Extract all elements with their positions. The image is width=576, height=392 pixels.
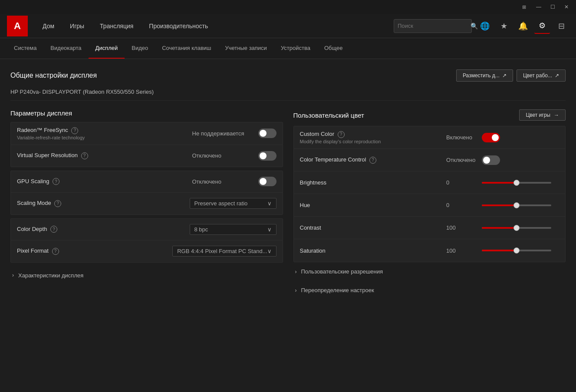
hue-slider-fill — [482, 204, 517, 206]
color-temp-help-icon[interactable]: ? — [369, 157, 376, 164]
vsr-toggle-thumb — [260, 152, 267, 159]
search-box[interactable]: 🔍 — [394, 19, 472, 33]
arrange-displays-button[interactable]: Разместить д... ↗ — [456, 69, 513, 82]
saturation-slider-thumb[interactable] — [513, 247, 520, 254]
hue-slider-thumb[interactable] — [513, 202, 520, 208]
hue-slider-track[interactable] — [482, 204, 551, 206]
gpu-scaling-help-icon[interactable]: ? — [53, 178, 59, 185]
gpu-scaling-value: Отключено — [192, 178, 253, 185]
gpu-scaling-toggle-thumb — [260, 178, 267, 185]
tab-videocard[interactable]: Видеокарта — [43, 38, 88, 59]
brightness-slider-track[interactable] — [482, 182, 551, 184]
settings-icon-btn[interactable]: ⚙ — [534, 18, 550, 34]
scaling-mode-value-col: Preserve aspect ratio ∨ — [190, 198, 276, 209]
contrast-value-col: 100 — [446, 224, 559, 231]
gpu-scaling-value-col: Отключено — [192, 177, 276, 186]
tab-shortcuts[interactable]: Сочетания клавиш — [155, 38, 218, 59]
nav-item-games[interactable]: Игры — [62, 14, 92, 38]
chevron-right-icon: › — [12, 272, 14, 278]
freesync-toggle[interactable] — [258, 128, 276, 138]
saturation-slider-container[interactable] — [482, 250, 559, 251]
nav-item-streaming[interactable]: Трансляция — [92, 14, 141, 38]
freesync-help-icon[interactable]: ? — [71, 127, 78, 134]
custom-resolutions-collapsible[interactable]: › Пользовательские разрешения — [293, 262, 566, 281]
tab-system[interactable]: Система — [7, 38, 43, 59]
display-characteristics-collapsible[interactable]: › Характеристики дисплея — [10, 266, 283, 285]
settings-group-3: Color Depth ? 8 bpc ∨ Pixel Fo — [10, 218, 283, 263]
color-depth-help-icon[interactable]: ? — [50, 226, 57, 233]
color-label: Цвет рабо... — [523, 72, 552, 79]
hue-value-col: 0 — [446, 202, 559, 208]
globe-icon-btn[interactable]: 🌐 — [477, 18, 493, 34]
color-temp-toggle[interactable] — [482, 155, 500, 165]
hue-label: Hue — [300, 202, 447, 208]
vsr-label-col: Virtual Super Resolution ? — [17, 152, 192, 159]
tab-general[interactable]: Общее — [317, 38, 350, 59]
top-buttons: Разместить д... ↗ Цвет рабо... ↗ — [456, 69, 566, 82]
contrast-label-col: Contrast — [300, 224, 447, 231]
titlebar-app-icon: ⊞ — [517, 3, 531, 11]
game-color-arrow-icon: → — [554, 112, 559, 118]
main-nav: Дом Игры Трансляция Производительность — [35, 14, 394, 38]
pixel-format-row: Pixel Format ? RGB 4:4:4 Pixel Format PC… — [11, 240, 283, 262]
scaling-mode-help-icon[interactable]: ? — [54, 200, 61, 207]
scaling-mode-row: Scaling Mode ? Preserve aspect ratio ∨ — [11, 193, 283, 214]
pixel-format-help-icon[interactable]: ? — [52, 248, 59, 255]
color-temp-value: Отключено — [446, 157, 477, 163]
nav-item-home[interactable]: Дом — [35, 14, 62, 38]
contrast-slider-track[interactable] — [482, 227, 551, 229]
tabbar: Система Видеокарта Дисплей Видео Сочетан… — [0, 38, 576, 59]
saturation-slider-track[interactable] — [482, 250, 551, 251]
custom-color-help-icon[interactable]: ? — [338, 131, 345, 138]
color-temp-label-col: Color Temperature Control ? — [300, 156, 447, 164]
close-button[interactable]: ✕ — [560, 3, 573, 11]
logo-text: A — [14, 20, 21, 32]
tab-video[interactable]: Видео — [125, 38, 155, 59]
vsr-toggle[interactable] — [258, 151, 276, 161]
tab-display[interactable]: Дисплей — [89, 38, 125, 59]
brightness-label-col: Brightness — [300, 179, 447, 186]
contrast-slider-thumb[interactable] — [513, 225, 520, 231]
game-color-button[interactable]: Цвет игры → — [519, 109, 566, 121]
left-col-header: Параметры дисплея — [10, 109, 283, 117]
desktop-color-button[interactable]: Цвет рабо... ↗ — [517, 69, 566, 82]
vsr-value-col: Отключено — [192, 151, 276, 161]
pixel-format-dropdown[interactable]: RGB 4:4:4 Pixel Format PC Stand... ∨ — [172, 246, 276, 257]
gpu-scaling-toggle[interactable] — [258, 177, 276, 186]
tab-accounts[interactable]: Учетные записи — [218, 38, 273, 59]
color-depth-dropdown[interactable]: 8 bpc ∨ — [190, 224, 276, 235]
tab-devices[interactable]: Устройства — [274, 38, 317, 59]
scaling-mode-dropdown[interactable]: Preserve aspect ratio ∨ — [190, 198, 276, 209]
color-temp-toggle-thumb — [483, 157, 490, 164]
pixel-format-value: RGB 4:4:4 Pixel Format PC Stand... — [177, 248, 267, 254]
vsr-label: Virtual Super Resolution ? — [17, 152, 192, 159]
color-depth-label-col: Color Depth ? — [17, 226, 190, 233]
contrast-slider-container[interactable] — [482, 227, 559, 229]
favorites-icon-btn[interactable]: ★ — [496, 18, 512, 34]
minimize-button[interactable]: — — [533, 3, 545, 11]
brightness-slider-container[interactable] — [482, 182, 559, 184]
saturation-value-col: 100 — [446, 247, 559, 254]
vsr-help-icon[interactable]: ? — [81, 152, 88, 159]
color-icon: ↗ — [555, 72, 559, 79]
custom-color-value-col: Включено — [446, 133, 559, 142]
search-input[interactable] — [398, 23, 471, 29]
maximize-button[interactable]: ☐ — [546, 3, 559, 11]
freesync-toggle-thumb — [260, 130, 267, 137]
arrange-icon: ↗ — [502, 72, 507, 79]
contrast-value: 100 — [446, 224, 477, 231]
override-settings-collapsible[interactable]: › Переопределение настроек — [293, 281, 566, 300]
custom-color-label-col: Custom Color ? Modify the display's colo… — [300, 131, 447, 144]
brightness-slider-thumb[interactable] — [513, 180, 520, 186]
logout-icon-btn[interactable]: ⊟ — [553, 18, 569, 34]
color-temp-value-col: Отключено — [446, 155, 559, 165]
custom-color-toggle[interactable] — [482, 133, 500, 142]
pixel-format-value-col: RGB 4:4:4 Pixel Format PC Stand... ∨ — [172, 246, 276, 257]
contrast-row: Contrast 100 — [294, 217, 566, 239]
saturation-slider-fill — [482, 250, 517, 251]
notifications-icon-btn[interactable]: 🔔 — [515, 18, 531, 34]
hue-slider-container[interactable] — [482, 204, 559, 206]
pixel-format-label-col: Pixel Format ? — [17, 247, 172, 255]
nav-item-performance[interactable]: Производительность — [141, 14, 216, 38]
freesync-value: Не поддерживается — [192, 130, 253, 137]
